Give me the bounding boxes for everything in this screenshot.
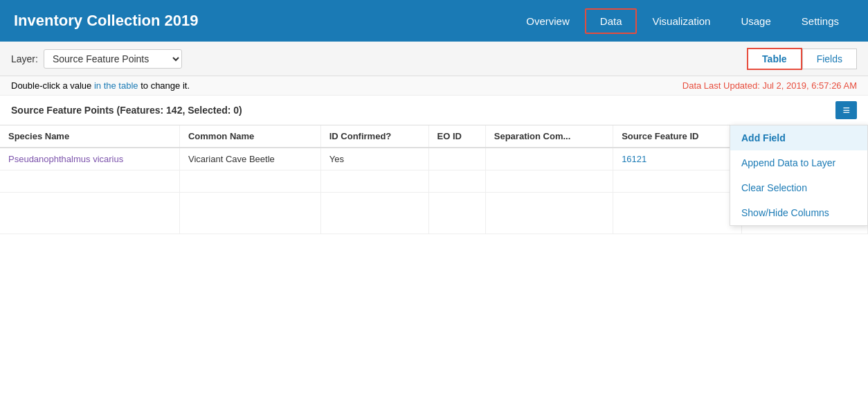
table-menu-button[interactable]: ≡ <box>835 101 857 119</box>
last-updated: Data Last Updated: Jul 2, 2019, 6:57:26 … <box>682 80 857 91</box>
cell-id-confirmed[interactable]: Yes <box>320 148 428 170</box>
menu-item-show-hide-columns[interactable]: Show/Hide Columns <box>730 200 867 225</box>
menu-item-append-data[interactable]: Append Data to Layer <box>730 150 867 175</box>
nav-settings[interactable]: Settings <box>786 8 854 34</box>
empty-cell <box>0 170 179 193</box>
col-species-name: Species Name <box>0 125 179 148</box>
empty-cell <box>320 170 428 193</box>
table-area: Source Feature Points (Features: 142, Se… <box>0 96 868 401</box>
nav-visualization[interactable]: Visualization <box>637 8 725 34</box>
cell-separation-com[interactable] <box>485 148 613 170</box>
empty-cell <box>485 193 613 234</box>
table-title: Source Feature Points (Features: 142, Se… <box>11 105 242 116</box>
menu-item-add-field[interactable]: Add Field <box>730 125 867 150</box>
empty-cell <box>428 170 485 193</box>
cell-species-name[interactable]: Pseudanophthalmus vicarius <box>0 148 179 170</box>
main-nav: Overview Data Visualization Usage Settin… <box>511 8 854 34</box>
empty-cell <box>613 193 741 234</box>
empty-cell <box>428 193 485 234</box>
empty-cell <box>179 193 320 234</box>
edit-hint: Double-click a value in the table to cha… <box>11 80 190 91</box>
cell-eo-id[interactable] <box>428 148 485 170</box>
col-source-feature-id: Source Feature ID <box>613 125 741 148</box>
cell-common-name[interactable]: Vicariant Cave Beetle <box>179 148 320 170</box>
nav-overview[interactable]: Overview <box>511 8 585 34</box>
layer-select[interactable]: Source Feature Points <box>44 49 182 69</box>
table-dropdown-menu: Add Field Append Data to Layer Clear Sel… <box>730 125 868 226</box>
toolbar: Layer: Source Feature Points Table Field… <box>0 42 868 76</box>
app-title: Inventory Collection 2019 <box>14 12 511 30</box>
col-separation-com: Separation Com... <box>485 125 613 148</box>
info-bar: Double-click a value in the table to cha… <box>0 76 868 96</box>
table-header-row: Source Feature Points (Features: 142, Se… <box>0 96 868 125</box>
col-id-confirmed: ID Confirmed? <box>320 125 428 148</box>
empty-cell <box>485 170 613 193</box>
col-eo-id: EO ID <box>428 125 485 148</box>
cell-source-feature-id[interactable]: 16121 <box>613 148 741 170</box>
header: Inventory Collection 2019 Overview Data … <box>0 0 868 42</box>
fields-view-button[interactable]: Fields <box>802 49 857 69</box>
col-common-name: Common Name <box>179 125 320 148</box>
nav-usage[interactable]: Usage <box>725 8 786 34</box>
hint-prefix: Double-click a value <box>11 80 94 91</box>
empty-cell <box>320 193 428 234</box>
empty-cell <box>613 170 741 193</box>
nav-data[interactable]: Data <box>585 8 638 34</box>
hint-link: in the table <box>94 80 138 91</box>
layer-label: Layer: <box>11 53 38 64</box>
empty-cell <box>0 193 179 234</box>
table-view-button[interactable]: Table <box>747 48 802 70</box>
hint-suffix: to change it. <box>138 80 190 91</box>
empty-cell <box>179 170 320 193</box>
view-toggle: Table Fields <box>747 48 857 70</box>
menu-item-clear-selection[interactable]: Clear Selection <box>730 175 867 200</box>
